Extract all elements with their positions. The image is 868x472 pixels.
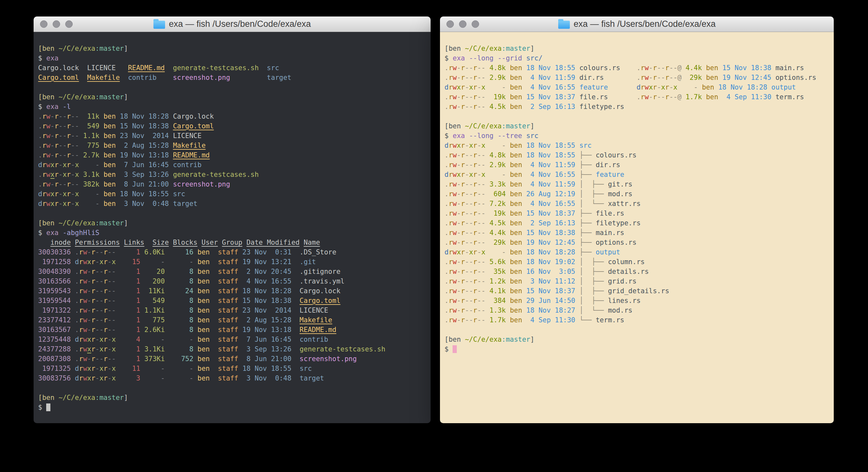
terminal-line: 1971258 drwxr-xr-x 15 - - ben staff 19 N… [38,257,427,267]
terminal-line: .rw-r--r-- 4.5k ben 2 Sep 16:13 ├── file… [444,218,830,228]
traffic-lights [446,17,479,32]
zoom-button[interactable] [65,20,73,28]
terminal-line: $ exa -l [38,102,427,112]
terminal-line: drwxr-xr-x - ben 18 Nov 18:55 src [444,141,830,150]
terminal-line: .rw-r--r-- 1.2k ben 3 Nov 11:12 │ ├── gr… [444,276,830,286]
terminal-line: .rw-r--r-- 4.8k ben 18 Nov 18:55 colours… [444,63,830,73]
terminal-line: 23377412 .rw-r--r-- 1 775 8 ben staff 2 … [38,315,427,325]
titlebar-left[interactable]: exa — fish /Users/ben/Code/exa/exa [34,17,431,32]
terminal-line: $ exa --long --tree src [444,131,830,141]
terminal-line: .rw-r--r-- 775 ben 2 Aug 15:28 Makefile [38,141,427,150]
terminal-line: .rw-r--r-- 4.1k ben 15 Nov 18:37 │ ├── g… [444,286,830,296]
terminal-line: $ exa --long --grid src/ [444,53,830,63]
minimize-button[interactable] [459,20,466,28]
window-title-text: exa — fish /Users/ben/Code/exa/exa [574,19,716,29]
terminal-line [38,208,427,218]
terminal-line: .rw-r--r-- 3.3k ben 4 Nov 11:59 │ ├── gi… [444,179,830,189]
cursor-block [46,404,51,411]
terminal-line: .rw-r--r-- 19k ben 15 Nov 18:37 ├── file… [444,208,830,218]
terminal-line [38,383,427,393]
terminal-line: .rw-r--r-- 549 ben 15 Nov 18:38 Cargo.to… [38,121,427,131]
terminal-line [38,83,427,92]
terminal-line: 30163566 .rw-r--r-- 1 200 8 ben staff 4 … [38,276,427,286]
terminal-line: .rw-r--r-- 35k ben 16 Nov 3:05 │ ├── det… [444,267,830,276]
terminal-line: [ben ~/C/e/exa:master] [38,218,427,228]
terminal-line: Cargo.lock LICENCE README.md generate-te… [38,63,427,73]
window-title-text: exa — fish /Users/ben/Code/exa/exa [169,19,311,29]
terminal-line: [ben ~/C/e/exa:master] [444,43,830,53]
terminal-line: .rw-r--r-- 1.3k ben 18 Nov 18:27 │ └── m… [444,305,830,315]
terminal-line: $ exa -abghHliS [38,228,427,238]
terminal-line: .rwxr-xr-x 3.1k ben 3 Sep 13:26 generate… [38,170,427,179]
terminal-line: .rw-r--r-- 2.7k ben 19 Nov 13:18 README.… [38,150,427,160]
terminal-line: .rw-r--r-- 604 ben 26 Aug 12:19 │ ├── mo… [444,189,830,199]
terminal-line: drwxr-xr-x - ben 4 Nov 16:55 feature drw… [444,83,830,92]
terminal-line: .rw-r--r-- 1.1k ben 23 Nov 2014 LICENCE [38,131,427,141]
folder-icon [558,21,570,29]
terminal-line: .rw-r--r-- 29k ben 19 Nov 12:45 ├── opti… [444,238,830,247]
terminal-line: 30048390 .rw-r--r-- 1 20 8 ben staff 2 N… [38,267,427,276]
terminal-line: 31959544 .rw-r--r-- 1 549 8 ben staff 15… [38,296,427,305]
terminal-line: drwxr-xr-x - ben 7 Jun 16:45 contrib [38,160,427,170]
terminal-line [444,112,830,121]
terminal-line: 20087308 .rw-r--r-- 1 373Ki 752 ben staf… [38,354,427,364]
terminal-line: .rw-r--r-- 11k ben 18 Nov 18:28 Cargo.lo… [38,112,427,121]
terminal-line: [ben ~/C/e/exa:master] [38,393,427,403]
terminal-line: .rw-r--r-- 4.4k ben 15 Nov 18:38 ├── mai… [444,228,830,238]
close-button[interactable] [40,20,48,28]
terminal-line: .rw-r--r-- 5.6k ben 18 Nov 19:02 │ ├── c… [444,257,830,267]
terminal-line: [ben ~/C/e/exa:master] [38,92,427,102]
terminal-line: .rw-r--r-- 382k ben 8 Jun 21:00 screensh… [38,179,427,189]
terminal-line: 1971322 .rw-r--r-- 1 1.1Ki 8 ben staff 2… [38,305,427,315]
terminal-line: .rw-r--r-- 4.5k ben 2 Sep 16:13 filetype… [444,102,830,112]
terminal-line: $ [444,344,830,354]
traffic-lights [40,17,73,32]
terminal-line: Cargo.toml Makefile contrib screenshot.p… [38,73,427,83]
terminal-line: 24377288 .rwxr-xr-x 1 3.1Ki 8 ben staff … [38,344,427,354]
cursor-block [453,345,457,353]
terminal-line: .rw-r--r-- 2.9k ben 4 Nov 11:59 dir.rs .… [444,73,830,83]
terminal-line: 31959543 .rw-r--r-- 1 11Ki 24 ben staff … [38,286,427,296]
terminal-line: $ [38,403,427,412]
terminal-line: .rw-r--r-- 7.2k ben 4 Nov 16:55 │ └── xa… [444,199,830,208]
terminal-line: 30083756 drwxr-xr-x 3 - - ben staff 3 No… [38,374,427,383]
terminal-line: drwxr-xr-x - ben 18 Nov 18:28 ├── output [444,247,830,257]
terminal-line: drwxr-xr-x - ben 18 Nov 18:55 src [38,189,427,199]
zoom-button[interactable] [472,20,479,28]
terminal-line: inode Permissions Links Size Blocks User… [38,238,427,247]
terminal-line: .rw-r--r-- 4.8k ben 18 Nov 18:55 ├── col… [444,150,830,160]
terminal-line: 30163567 .rw-r--r-- 1 2.6Ki 8 ben staff … [38,325,427,334]
terminal-line: .rw-r--r-- 2.9k ben 4 Nov 11:59 ├── dir.… [444,160,830,170]
terminal-window-right: exa — fish /Users/ben/Code/exa/exa [ben … [440,17,834,423]
terminal-line [444,325,830,334]
window-title: exa — fish /Users/ben/Code/exa/exa [558,19,716,29]
terminal-line: .rw-r--r-- 384 ben 29 Jun 14:50 │ ├── li… [444,296,830,305]
terminal-screen-left[interactable]: [ben ~/C/e/exa:master]$ exaCargo.lock LI… [34,32,431,423]
terminal-line: 30030336 .rw-r--r-- 1 6.0Ki 16 ben staff… [38,247,427,257]
terminal-screen-right[interactable]: [ben ~/C/e/exa:master]$ exa --long --gri… [440,32,834,423]
folder-icon [153,21,165,29]
terminal-line: drwxr-xr-x - ben 4 Nov 16:55 ├── feature [444,170,830,179]
terminal-window-left: exa — fish /Users/ben/Code/exa/exa [ben … [34,17,431,423]
terminal-line: [ben ~/C/e/exa:master] [444,334,830,344]
terminal-line: $ exa [38,53,427,63]
terminal-line: 12375448 drwxr-xr-x 4 - - ben staff 7 Ju… [38,334,427,344]
desktop: { "chrome": { "title": "exa — fish /User… [0,0,868,472]
titlebar-right[interactable]: exa — fish /Users/ben/Code/exa/exa [440,17,834,32]
terminal-line: 1971325 drwxr-xr-x 11 - - ben staff 18 N… [38,364,427,374]
terminal-line: drwxr-xr-x - ben 3 Nov 0:48 target [38,199,427,208]
minimize-button[interactable] [53,20,60,28]
close-button[interactable] [446,20,454,28]
terminal-line: [ben ~/C/e/exa:master] [444,121,830,131]
terminal-line: [ben ~/C/e/exa:master] [38,43,427,53]
terminal-line: .rw-r--r-- 1.7k ben 4 Sep 11:30 └── term… [444,315,830,325]
window-title: exa — fish /Users/ben/Code/exa/exa [153,19,311,29]
terminal-line: .rw-r--r-- 19k ben 15 Nov 18:37 file.rs … [444,92,830,102]
